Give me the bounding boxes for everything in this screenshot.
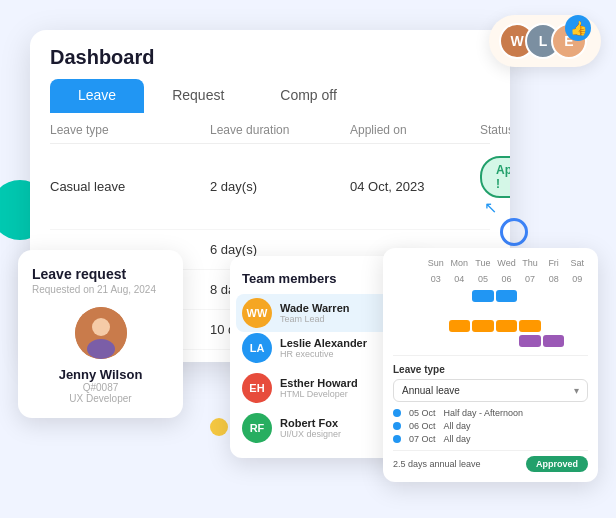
avatar-group-wrapper: W L E 👍 bbox=[499, 23, 587, 59]
cal-cell bbox=[496, 335, 518, 347]
cal-date-06: 06 bbox=[496, 274, 518, 284]
leave-option-2: All day bbox=[444, 421, 471, 431]
leave-date-row-2: 06 Oct All day bbox=[393, 421, 588, 431]
member-role-robert: UI/UX designer bbox=[280, 429, 341, 439]
member-name-esther: Esther Howard bbox=[280, 377, 358, 389]
cal-day-sat: Sat bbox=[566, 258, 588, 268]
member-info-robert: Robert Fox UI/UX designer bbox=[280, 417, 341, 439]
person-role: UX Developer bbox=[32, 393, 169, 404]
cursor-icon: ↖ bbox=[484, 198, 497, 217]
member-avatar-esther: EH bbox=[242, 373, 272, 403]
cal-cell-bar bbox=[519, 335, 541, 347]
leave-option-1: Half day - Afternoon bbox=[444, 408, 524, 418]
dropdown-arrow-icon: ▾ bbox=[574, 385, 579, 396]
svg-point-2 bbox=[87, 339, 115, 359]
cal-cell bbox=[566, 335, 588, 347]
cal-date-05: 05 bbox=[472, 274, 494, 284]
cal-cell bbox=[472, 335, 494, 347]
table-header-row: Leave type Leave duration Applied on Sta… bbox=[50, 113, 490, 144]
cal-day-wed: Wed bbox=[496, 258, 518, 268]
leave-date-row-3: 07 Oct All day bbox=[393, 434, 588, 444]
leave-type-value: Annual leave bbox=[402, 385, 460, 396]
cal-cell bbox=[566, 320, 588, 332]
svg-point-1 bbox=[92, 318, 110, 336]
cal-cell-bar bbox=[543, 335, 565, 347]
cal-day-fri: Fri bbox=[543, 258, 565, 268]
leave-type-dropdown-wrapper: Annual leave ▾ bbox=[393, 379, 588, 402]
leave-date-3: 07 Oct bbox=[409, 434, 436, 444]
leave-request-card: Leave request Requested on 21 Aug, 2024 … bbox=[18, 250, 183, 418]
cell-duration-2: 6 day(s) bbox=[210, 242, 350, 257]
cell-applied-1: 04 Oct, 2023 bbox=[350, 179, 480, 194]
member-name-wade: Wade Warren bbox=[280, 302, 349, 314]
thumbs-up-icon: 👍 bbox=[570, 20, 587, 36]
thumbs-up-badge: 👍 bbox=[565, 15, 591, 41]
leave-request-date: Requested on 21 Aug, 2024 bbox=[32, 284, 169, 295]
col-header-applied: Applied on bbox=[350, 123, 480, 137]
status-approved-badge: Approved ! bbox=[480, 156, 510, 198]
cal-empty-date bbox=[393, 274, 423, 284]
cal-date-04: 04 bbox=[449, 274, 471, 284]
radio-dot-2 bbox=[393, 422, 401, 430]
cal-day-mon: Mon bbox=[449, 258, 471, 268]
cal-date-07: 07 bbox=[519, 274, 541, 284]
cell-duration-1: 2 day(s) bbox=[210, 179, 350, 194]
cal-cell bbox=[496, 305, 518, 317]
team-members-title: Team members bbox=[242, 271, 336, 286]
cal-cell-bar bbox=[449, 320, 471, 332]
cal-cell bbox=[449, 305, 471, 317]
calendar-section: Sun Mon Tue Wed Thu Fri Sat 03 04 05 06 … bbox=[383, 248, 598, 482]
tab-request[interactable]: Request bbox=[144, 79, 252, 113]
member-avatar-leslie: LA bbox=[242, 333, 272, 363]
leave-type-section: Leave type Annual leave ▾ 05 Oct Half da… bbox=[393, 355, 588, 444]
cal-day-sun: Sun bbox=[425, 258, 447, 268]
radio-dot-1 bbox=[393, 409, 401, 417]
cal-cell bbox=[543, 305, 565, 317]
leave-footer: 2.5 days annual leave Approved bbox=[393, 450, 588, 472]
tabs-container: Leave Request Comp off bbox=[50, 79, 490, 113]
leave-date-2: 06 Oct bbox=[409, 421, 436, 431]
cal-cell bbox=[449, 290, 471, 302]
member-avatar-wade: WW bbox=[242, 298, 272, 328]
cal-cell-bar bbox=[519, 320, 541, 332]
cal-cell bbox=[543, 320, 565, 332]
cal-cell bbox=[472, 305, 494, 317]
cal-cell bbox=[519, 290, 541, 302]
person-avatar bbox=[75, 307, 127, 359]
approved-badge-small: Approved bbox=[526, 456, 588, 472]
cal-cell-bar bbox=[496, 320, 518, 332]
member-info-esther: Esther Howard HTML Developer bbox=[280, 377, 358, 399]
cal-cell-bar bbox=[496, 290, 518, 302]
col-header-status: Status bbox=[480, 123, 510, 137]
leave-date-1: 05 Oct bbox=[409, 408, 436, 418]
tab-comp-off[interactable]: Comp off bbox=[252, 79, 365, 113]
member-info-wade: Wade Warren Team Lead bbox=[280, 302, 349, 324]
calendar-row-4 bbox=[393, 335, 588, 347]
leave-date-row-1: 05 Oct Half day - Afternoon bbox=[393, 408, 588, 418]
cell-leave-type-1: Casual leave bbox=[50, 179, 210, 194]
calendar-row-1 bbox=[393, 290, 588, 302]
cal-date-09: 09 bbox=[566, 274, 588, 284]
member-avatar-robert: RF bbox=[242, 413, 272, 443]
cal-cell bbox=[425, 335, 447, 347]
cal-empty-header bbox=[393, 258, 423, 268]
leave-type-select[interactable]: Annual leave ▾ bbox=[393, 379, 588, 402]
leave-days-text: 2.5 days annual leave bbox=[393, 459, 481, 469]
cal-day-thu: Thu bbox=[519, 258, 541, 268]
cal-cell-bar bbox=[472, 290, 494, 302]
cal-cell bbox=[566, 290, 588, 302]
cal-cell-bar bbox=[472, 320, 494, 332]
leave-type-label: Leave type bbox=[393, 364, 588, 375]
member-role-wade: Team Lead bbox=[280, 314, 349, 324]
cal-cell bbox=[519, 305, 541, 317]
member-name-robert: Robert Fox bbox=[280, 417, 341, 429]
tab-leave[interactable]: Leave bbox=[50, 79, 144, 113]
cal-date-08: 08 bbox=[543, 274, 565, 284]
yellow-decorative-circle bbox=[210, 418, 228, 436]
cal-cell bbox=[425, 290, 447, 302]
leave-dates: 05 Oct Half day - Afternoon 06 Oct All d… bbox=[393, 408, 588, 444]
member-role-leslie: HR executive bbox=[280, 349, 367, 359]
person-name: Jenny Wilson bbox=[32, 367, 169, 382]
col-header-duration: Leave duration bbox=[210, 123, 350, 137]
avatar-group-container: W L E 👍 bbox=[489, 15, 601, 67]
